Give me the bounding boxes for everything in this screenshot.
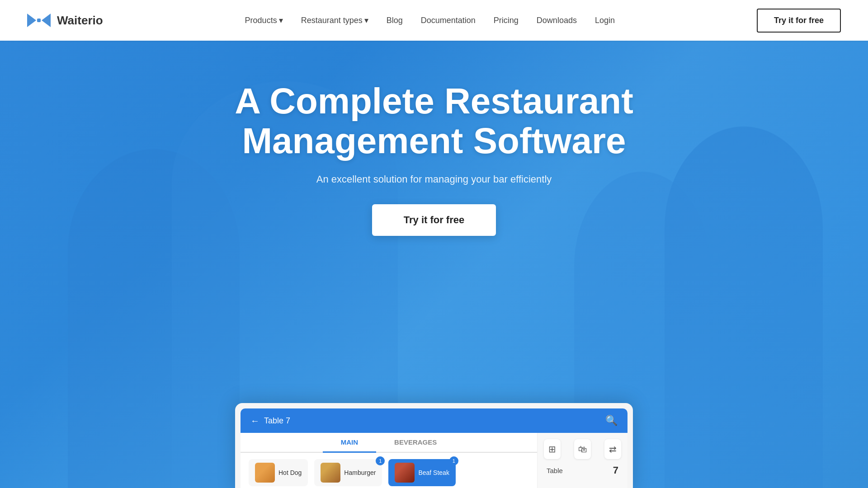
transfer-icon[interactable]: ⇄ — [604, 439, 621, 459]
menu-item-beafsteak[interactable]: Beaf Steak — [388, 459, 456, 486]
hero-cta-button[interactable]: Try it for free — [372, 204, 496, 236]
menu-item-label-hamburger: Hamburger — [344, 469, 376, 476]
menu-item-hamburger[interactable]: Hamburger — [314, 459, 382, 486]
app-tabs: MAIN BEVERAGES — [241, 433, 537, 453]
menu-item-hotdog[interactable]: Hot Dog — [249, 459, 308, 486]
nav-documentation[interactable]: Documentation — [421, 16, 476, 25]
nav-links: Products ▾ Restaurant types ▾ Blog Docum… — [245, 15, 615, 25]
app-header-left: ← Table 7 — [250, 416, 290, 426]
nav-blog[interactable]: Blog — [387, 16, 403, 25]
brand-name: Waiterio — [57, 14, 103, 28]
app-header: ← Table 7 🔍 — [241, 408, 627, 433]
search-icon[interactable]: 🔍 — [605, 415, 618, 427]
menu-item-wrap-hotdog: Hot Dog — [249, 459, 308, 486]
bowtie-icon — [27, 14, 51, 27]
app-right-panel: ⊞ 🛍 ⇄ Table 7 — [537, 433, 627, 488]
tab-beverages[interactable]: BEVERAGES — [376, 433, 455, 453]
table-number: 7 — [613, 465, 618, 476]
menu-item-wrap-beafsteak: Beaf Steak 1 — [388, 459, 456, 486]
hero-section: A Complete Restaurant Management Softwar… — [0, 0, 868, 488]
svg-marker-0 — [27, 14, 36, 27]
logo[interactable]: Waiterio — [27, 14, 103, 28]
right-panel-icons: ⊞ 🛍 ⇄ — [544, 439, 621, 459]
app-screenshot: ← Table 7 🔍 MAIN BEVERAGES — [235, 403, 633, 488]
hero-title: A Complete Restaurant Management Softwar… — [231, 81, 637, 161]
nav-login[interactable]: Login — [595, 16, 615, 25]
chevron-down-icon: ▾ — [364, 15, 368, 25]
menu-item-wrap-hamburger: Hamburger 1 — [314, 459, 382, 486]
nav-cta-button[interactable]: Try it for free — [757, 9, 841, 33]
nav-downloads[interactable]: Downloads — [537, 16, 577, 25]
svg-rect-2 — [37, 19, 41, 22]
table-info: Table 7 — [544, 465, 621, 476]
hero-subtitle: An excellent solution for managing your … — [316, 174, 552, 185]
food-image-hotdog — [255, 463, 275, 483]
menu-items-list: Hot Dog Hamburger 1 — [241, 453, 537, 488]
table-label: Table 7 — [264, 416, 290, 426]
bag-icon[interactable]: 🛍 — [574, 439, 591, 459]
svg-marker-1 — [42, 14, 51, 27]
nav-products[interactable]: Products ▾ — [245, 15, 283, 25]
food-image-beafsteak — [395, 463, 415, 483]
menu-item-label-beafsteak: Beaf Steak — [418, 469, 449, 476]
tab-main[interactable]: MAIN — [323, 433, 376, 453]
app-body: MAIN BEVERAGES Hot Dog — [241, 433, 627, 488]
back-arrow-icon[interactable]: ← — [250, 416, 259, 426]
nav-pricing[interactable]: Pricing — [494, 16, 519, 25]
menu-item-label-hotdog: Hot Dog — [278, 469, 302, 476]
chevron-down-icon: ▾ — [279, 15, 283, 25]
nav-restaurant-types[interactable]: Restaurant types ▾ — [301, 15, 368, 25]
badge-hamburger: 1 — [376, 456, 385, 465]
navbar: Waiterio Products ▾ Restaurant types ▾ B… — [0, 0, 868, 41]
food-image-hamburger — [321, 463, 340, 483]
app-inner: ← Table 7 🔍 MAIN BEVERAGES — [241, 408, 627, 488]
badge-beafsteak: 1 — [449, 456, 458, 465]
grid-icon[interactable]: ⊞ — [544, 439, 561, 459]
app-menu-section: MAIN BEVERAGES Hot Dog — [241, 433, 537, 488]
table-text: Table — [547, 467, 563, 474]
